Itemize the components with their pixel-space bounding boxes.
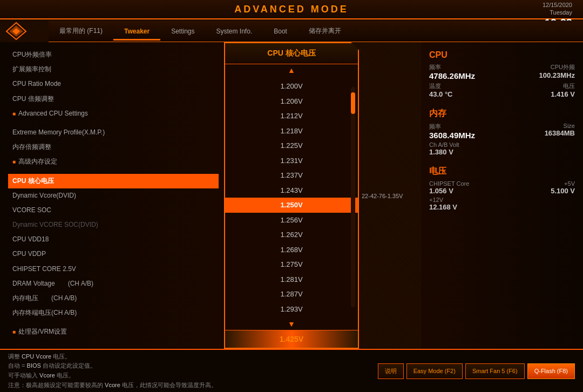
cpu-volt-value: 1.416 V [551,90,575,98]
scrollbar-thumb[interactable] [351,92,355,114]
cpu-freq-label: 频率 [429,63,475,71]
nav-item-储存并离开[interactable]: 储存并离开 [298,22,352,40]
twelvev-label: +12V [429,197,457,203]
voltage-option[interactable]: 1.300V [225,316,358,318]
bottom-btn-easy-mode-(f2)[interactable]: Easy Mode (F2) [406,363,463,379]
voltage-option[interactable]: 1.287V [225,287,358,302]
menu-item-chipsetcore2.5v[interactable]: CHIPSET CORE 2.5V [8,262,219,276]
memory-chvolt-value: 1.380 V [429,148,459,156]
nav-item-system-info.[interactable]: System Info. [206,23,263,39]
scroll-down-arrow[interactable]: ▼ [225,318,358,330]
cpu-volt-label: 电压 [551,82,575,90]
menu-item-处理器/vrm设置[interactable]: 处理器/VRM设置 [8,325,219,339]
bottom-desc-line: 可手动输入 Vcore 电压。 [8,371,378,381]
cpu-temp-value: 43.0 °C [429,90,453,98]
voltage-option[interactable]: 1.200V [225,79,358,94]
menu-separator [8,121,219,125]
voltage-section-title: 电压 [429,166,575,177]
bottom-btn-说明[interactable]: 说明 [378,363,404,379]
bottom-desc-line: 自动 = BIOS 自动设定此设定值。 [8,361,378,371]
cpu-temp-label: 温度 [429,82,453,90]
bottom-btn-q-flash-(f8)[interactable]: Q-Flash (F8) [527,363,575,379]
menu-item-cpuvddp[interactable]: CPU VDDP [8,247,219,261]
right-panel: CPU 频率 4786.26MHz CPU外频 100.23MHz 温度 43.… [421,42,583,349]
voltage-list[interactable]: 1.200V1.206V1.212V1.218V1.225V1.231V1.23… [225,76,358,318]
cpu-temp-row: 温度 43.0 °C 电压 1.416 V [429,82,575,98]
cpu-freq-value: 4786.26MHz [429,71,475,80]
menu-item-dynamicvcore(dvid)[interactable]: Dynamic Vcore(DVID) [8,188,219,203]
voltage-dropdown-panel[interactable]: CPU 核心电压 ▲ 1.200V1.206V1.212V1.218V1.225… [224,42,359,349]
top-bar: ADVANCED MODE 12/15/2020 Tuesday 19:23 [0,0,583,19]
voltage-option[interactable]: 1.212V [225,109,358,124]
memory-section: 内存 频率 3608.49MHz Size 16384MB Ch A/B Vol… [429,108,575,156]
cpu-ext-value: 100.23MHz [539,71,575,79]
menu-separator [8,170,219,174]
fivev-value: 5.100 V [551,187,575,195]
date-text: 12/15/2020 Tuesday [543,1,572,17]
menu-item-cpu外频倍率[interactable]: CPU外频倍率 [8,48,219,62]
cpu-section-title: CPU [429,50,575,60]
cpu-ext-label: CPU外频 [539,63,575,71]
nav-item-最常用的-(f11)[interactable]: 最常用的 (F11) [49,22,113,40]
memory-chvolt-label: Ch A/B Volt [429,141,459,148]
voltage-option[interactable]: 1.293V [225,302,358,317]
chipset-volt-value: 1.056 V [429,187,469,195]
voltage-option[interactable]: 1.275V [225,257,358,272]
menu-item-cpuvdd18[interactable]: CPU VDD18 [8,232,219,247]
menu-item-cpuratiomode[interactable]: CPU Ratio Mode [8,77,219,91]
bottom-description: 调整 CPU Vcore 电压。自动 = BIOS 自动设定此设定值。可手动输入… [8,352,378,390]
menu-item-extremememoryprofile[interactable]: Extreme Memory Profile(X.M.P.) [8,125,219,140]
menu-item-dynamicvcoresoc(dvid[interactable]: Dynamic VCORE SOC(DVID) [8,218,219,232]
current-voltage-value[interactable]: 1.425V [225,330,358,348]
bottom-desc-line: 注意：极高超频设定可能需要较高的 Vcore 电压，此情况可能会导致温度升高。 [8,381,378,390]
voltage-option[interactable]: 1.281V [225,272,358,287]
memory-freq-label: 频率 [429,123,475,131]
memory-size-value: 16384MB [545,129,575,137]
menu-item-dramvoltage(cha/b)[interactable]: DRAM Voltage (CH A/B) [8,276,219,291]
nav-item-boot[interactable]: Boot [263,23,298,39]
menu-item-内存终端电压(cha/b)[interactable]: 内存终端电压(CH A/B) [8,306,219,320]
aorus-icon [5,22,27,40]
memory-chvolt-row: Ch A/B Volt 1.380 V [429,141,575,156]
voltage-option[interactable]: 1.237V [225,168,358,183]
bottom-buttons: 说明Easy Mode (F2)Smart Fan 5 (F6)Q-Flash … [378,363,575,379]
voltage-option[interactable]: 1.243V [225,183,358,198]
cpu-section: CPU 频率 4786.26MHz CPU外频 100.23MHz 温度 43.… [429,50,575,98]
memory-freq-row: 频率 3608.49MHz Size 16384MB [429,123,575,140]
side-timing-label: 22-42-76-1.35V [362,193,403,199]
bottom-desc-line: 调整 CPU Vcore 电压。 [8,352,378,362]
voltage-option[interactable]: 1.206V [225,94,358,109]
voltage-option[interactable]: 1.218V [225,124,358,139]
page-title: ADVANCED MODE [234,4,349,15]
menu-item-扩展频率控制[interactable]: 扩展频率控制 [8,62,219,77]
nav-item-tweaker[interactable]: Tweaker [113,23,160,39]
voltage-option[interactable]: 1.256V [225,213,358,228]
menu-item-cpu核心电压[interactable]: CPU 核心电压 [8,174,219,188]
chipset-volt-row: CHIPSET Core 1.056 V +5V 5.100 V [429,180,575,195]
bottom-bar: 调整 CPU Vcore 电压。自动 = BIOS 自动设定此设定值。可手动输入… [0,349,583,392]
menu-item-vcoresoc[interactable]: VCORE SOC [8,203,219,218]
twelvev-value: 12.168 V [429,203,457,211]
menu-item-advancedcpusettings[interactable]: Advanced CPU Settings [8,106,219,121]
chipset-volt-label: CHIPSET Core [429,180,469,187]
voltage-section: 电压 CHIPSET Core 1.056 V +5V 5.100 V +12V… [429,166,575,211]
menu-item-cpu倍频调整[interactable]: CPU 倍频调整 [8,92,219,106]
voltage-option[interactable]: 1.225V [225,138,358,153]
voltage-option[interactable]: 1.231V [225,153,358,168]
nav-item-settings[interactable]: Settings [160,23,205,39]
voltage-option[interactable]: 1.262V [225,227,358,242]
menu-separator [8,320,219,325]
menu-item-内存电压(cha/b)[interactable]: 内存电压 (CH A/B) [8,291,219,306]
bottom-btn-smart-fan-5-(f6)[interactable]: Smart Fan 5 (F6) [465,363,525,379]
voltage-panel-title: CPU 核心电压 [225,43,358,64]
scrollbar-track[interactable] [351,87,355,307]
menu-item-内存倍频调整[interactable]: 内存倍频调整 [8,140,219,154]
memory-freq-value: 3608.49MHz [429,131,475,140]
menu-item-高级内存设定[interactable]: 高级内存设定 [8,154,219,169]
twelvev-row: +12V 12.168 V [429,197,575,211]
scroll-up-arrow[interactable]: ▲ [225,64,358,76]
voltage-option[interactable]: 1.250V [225,198,358,213]
voltage-option[interactable]: 1.268V [225,242,358,258]
cpu-freq-row: 频率 4786.26MHz CPU外频 100.23MHz [429,63,575,80]
memory-section-title: 内存 [429,108,575,119]
